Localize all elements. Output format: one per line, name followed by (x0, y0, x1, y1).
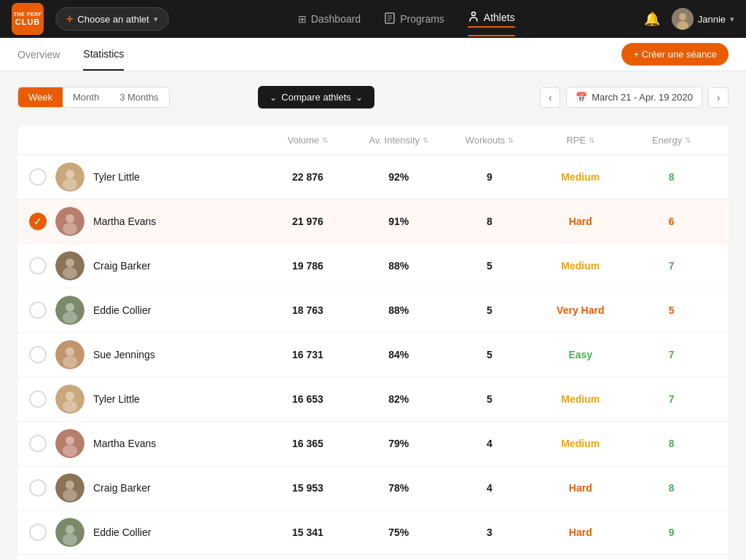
cell-energy: 5 (626, 304, 717, 316)
row-checkbox[interactable] (29, 346, 47, 363)
calendar-icon: 📅 (576, 92, 587, 103)
athlete-name: Sue Jennings (93, 349, 155, 360)
nav-center: ⊞ Dashboard Programs Athlets (181, 11, 632, 28)
svg-point-4 (471, 12, 475, 15)
next-date-button[interactable]: › (708, 87, 729, 108)
cell-volume: 18 763 (262, 304, 353, 316)
sort-rpe-icon: ⇅ (589, 136, 594, 144)
cell-intensity: 78% (353, 482, 444, 494)
col-volume[interactable]: Volume ⇅ (262, 135, 353, 146)
cell-volume: 22 876 (262, 171, 353, 183)
nav-right: 🔔 Jannie ▾ (644, 8, 734, 30)
cell-rpe: Medium (535, 171, 626, 183)
cell-intensity: 84% (353, 349, 444, 360)
svg-point-33 (66, 525, 74, 534)
choose-athlete-button[interactable]: + Choose an athlet ▾ (55, 7, 169, 31)
subnav-overview[interactable]: Overview (17, 38, 60, 71)
athlete-cell: ✓ Martha Evans (29, 207, 262, 236)
athlete-avatar (55, 518, 85, 547)
cell-workouts: 5 (444, 304, 535, 316)
svg-point-10 (63, 178, 77, 190)
user-menu[interactable]: Jannie ▾ (672, 8, 734, 30)
cell-rpe: Medium (535, 393, 626, 405)
period-week[interactable]: Week (18, 87, 63, 107)
athlete-name: Eddie Collier (93, 304, 151, 316)
athlete-cell: Eddie Collier (29, 518, 262, 547)
athlete-cell: Martha Evans (29, 429, 262, 458)
cell-intensity: 92% (353, 171, 444, 183)
svg-point-34 (63, 534, 77, 545)
table-row: Tyler Little 16 653 82% 5 Medium 7 (17, 377, 729, 422)
table-row: Craig Barker 19 786 88% 5 Medium 7 (17, 244, 729, 288)
row-checkbox[interactable] (29, 257, 47, 275)
svg-point-21 (66, 347, 74, 356)
main-content: Week Month 3 Months ⌄ Compare athlets ⌄ … (0, 71, 746, 560)
row-checkbox[interactable] (29, 479, 47, 497)
user-name: Jannie (698, 14, 726, 25)
cell-workouts: 9 (444, 171, 535, 183)
cell-workouts: 3 (444, 527, 535, 538)
cell-workouts: 4 (444, 482, 535, 494)
row-checkbox[interactable] (29, 168, 47, 186)
table-row: Eddie Collier 15 341 75% 3 Hard 9 (17, 510, 729, 555)
row-checkbox[interactable]: ✓ (29, 213, 47, 230)
cell-rpe: Hard (535, 527, 626, 538)
period-3months[interactable]: 3 Months (109, 87, 168, 107)
table-row: Craig Barker 15 953 78% 4 Hard 8 (17, 466, 729, 510)
cell-volume: 16 731 (262, 349, 353, 360)
table-row: Sue Jennings 16 731 84% 5 Easy 7 (17, 333, 729, 377)
athlete-cell: Eddie Collier (29, 296, 262, 325)
row-checkbox[interactable] (29, 524, 47, 541)
period-tabs: Week Month 3 Months (17, 87, 170, 108)
cell-intensity: 88% (353, 260, 444, 272)
filter-bar: Week Month 3 Months ⌄ Compare athlets ⌄ … (17, 86, 729, 109)
athletes-icon (468, 11, 479, 25)
table-row: Tyler Little 22 876 92% 9 Medium 8 (17, 155, 729, 200)
nav-dashboard[interactable]: ⊞ Dashboard (298, 13, 361, 25)
svg-point-27 (66, 436, 74, 445)
athlete-avatar (55, 296, 85, 325)
col-intensity[interactable]: Av. Intensity ⇅ (353, 135, 444, 146)
athlete-avatar (55, 251, 85, 280)
programs-icon (384, 12, 396, 26)
subnav-statistics[interactable]: Statistics (83, 38, 124, 71)
cell-intensity: 79% (353, 438, 444, 449)
nav-programs[interactable]: Programs (384, 12, 444, 26)
row-checkbox[interactable] (29, 301, 47, 319)
table-row: Eddie Collier 18 763 88% 5 Very Hard 5 (17, 288, 729, 333)
nav-athletes[interactable]: Athlets (468, 11, 515, 28)
cell-rpe: Medium (535, 260, 626, 272)
cell-workouts: 5 (444, 393, 535, 405)
athlete-name: Tyler Little (93, 171, 140, 183)
create-session-button[interactable]: + Créer une séance (621, 43, 729, 66)
period-month[interactable]: Month (63, 87, 109, 107)
date-range-display: 📅 March 21 - Apr. 19 2020 (566, 87, 702, 108)
col-athlete (29, 135, 262, 146)
compare-athletes-button[interactable]: ⌄ Compare athlets ⌄ (258, 86, 374, 109)
sub-navigation: Overview Statistics + Créer une séance (0, 38, 746, 71)
prev-date-button[interactable]: ‹ (540, 87, 560, 108)
cell-volume: 21 976 (262, 216, 353, 227)
athlete-name: Martha Evans (93, 438, 156, 449)
athlete-name: Craig Barker (93, 260, 151, 272)
cell-energy: 8 (626, 482, 717, 494)
col-workouts[interactable]: Workouts ⇅ (444, 135, 535, 146)
table-body: Tyler Little 22 876 92% 9 Medium 8 ✓ Mar… (17, 155, 729, 560)
cell-volume: 19 786 (262, 260, 353, 272)
col-energy[interactable]: Energy ⇅ (626, 135, 717, 146)
compare-chevron-right-icon: ⌄ (356, 92, 363, 103)
choose-athlete-label: Choose an athlet (77, 14, 149, 25)
cell-volume: 16 365 (262, 438, 353, 449)
row-checkbox[interactable] (29, 390, 47, 408)
logo: THE PERF CLUB (12, 3, 44, 35)
col-rpe[interactable]: RPE ⇅ (535, 135, 626, 146)
cell-rpe: Easy (535, 349, 626, 360)
athlete-cell: Tyler Little (29, 162, 262, 192)
cell-workouts: 8 (444, 216, 535, 227)
sort-energy-icon: ⇅ (685, 136, 691, 144)
cell-energy: 8 (626, 438, 717, 449)
cell-workouts: 4 (444, 438, 535, 449)
bell-icon[interactable]: 🔔 (644, 11, 660, 27)
athlete-avatar (55, 429, 85, 458)
row-checkbox[interactable] (29, 435, 47, 452)
